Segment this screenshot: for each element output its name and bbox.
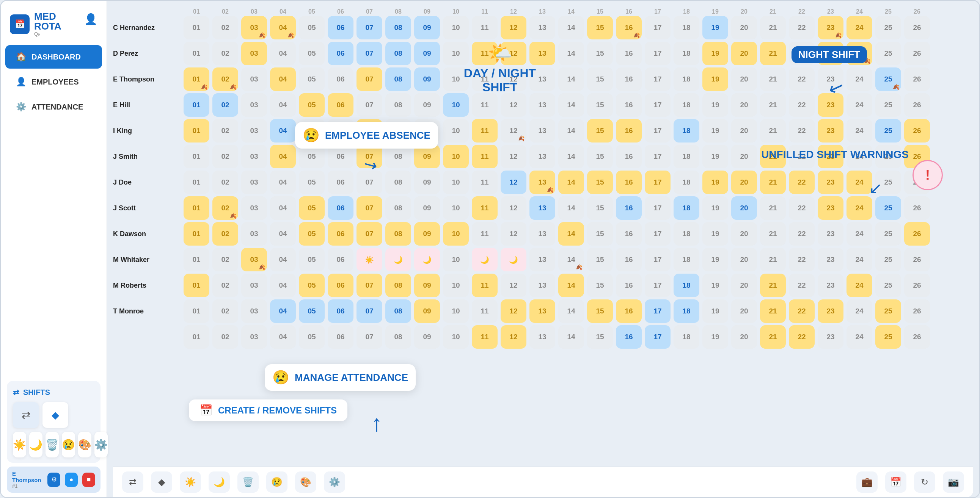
day-cell[interactable]: 09 xyxy=(414,16,440,40)
day-cell[interactable]: 03 xyxy=(241,325,267,349)
day-cell[interactable]: 02 xyxy=(212,119,238,143)
day-cell[interactable]: 13 xyxy=(530,16,555,40)
day-cell[interactable]: 10 xyxy=(443,16,469,40)
day-cell[interactable]: 04 xyxy=(270,119,296,143)
day-cell[interactable]: 13 xyxy=(530,196,555,220)
day-cell[interactable]: 21 xyxy=(760,325,786,349)
day-cell[interactable]: 26 xyxy=(904,93,930,117)
day-cell[interactable]: 08 xyxy=(385,16,411,40)
day-cell[interactable]: 20 xyxy=(731,300,757,323)
day-cell[interactable]: 04 xyxy=(270,145,296,168)
day-cell[interactable]: 15 xyxy=(587,42,613,65)
day-cell[interactable]: 18 xyxy=(674,16,699,40)
day-cell[interactable]: 16 xyxy=(616,248,642,271)
day-cell[interactable]: 23 xyxy=(818,145,843,168)
day-cell[interactable]: 17 xyxy=(645,248,671,271)
day-cell[interactable]: 26 xyxy=(904,196,930,220)
employee-delete-button[interactable]: ■ xyxy=(82,473,95,487)
day-cell[interactable]: 14 xyxy=(558,196,584,220)
day-cell[interactable]: 18 xyxy=(674,67,699,91)
day-cell[interactable]: 08 xyxy=(385,222,411,246)
day-cell[interactable]: 21 xyxy=(760,196,786,220)
day-cell[interactable]: 21 xyxy=(760,248,786,271)
day-cell[interactable]: 14 xyxy=(558,42,584,65)
day-cell[interactable]: 01 xyxy=(184,145,209,168)
settings-button[interactable]: ⚙️ xyxy=(94,432,108,457)
toolbar-refresh[interactable]: ↻ xyxy=(914,471,935,493)
day-cell[interactable]: 21 xyxy=(760,42,786,65)
day-cell[interactable]: 03🍂 xyxy=(241,16,267,40)
day-cell[interactable]: 20 xyxy=(731,119,757,143)
day-cell[interactable]: 11 xyxy=(472,196,498,220)
day-cell[interactable]: 12 xyxy=(501,300,527,323)
day-cell[interactable]: 14 xyxy=(558,300,584,323)
day-cell[interactable]: 04 xyxy=(270,196,296,220)
day-cell[interactable]: 21 xyxy=(760,145,786,168)
day-cell[interactable]: 04 xyxy=(270,222,296,246)
day-cell[interactable]: 17 xyxy=(645,16,671,40)
day-cell[interactable]: 05 xyxy=(299,248,325,271)
day-cell[interactable]: 22 xyxy=(789,274,815,297)
day-cell[interactable]: 03 xyxy=(241,93,267,117)
day-cell[interactable]: 13 xyxy=(530,93,555,117)
day-cell[interactable]: 07 xyxy=(356,274,382,297)
day-cell[interactable]: 24 xyxy=(846,196,872,220)
day-cell[interactable]: 11 xyxy=(472,145,498,168)
day-cell[interactable]: 04 xyxy=(270,93,296,117)
day-cell[interactable]: 05 xyxy=(299,67,325,91)
day-cell[interactable]: 13 xyxy=(530,300,555,323)
day-cell[interactable]: 09 xyxy=(414,171,440,194)
day-cell[interactable]: 03 xyxy=(241,222,267,246)
day-cell[interactable]: 05 xyxy=(299,171,325,194)
day-cell[interactable]: 24 xyxy=(846,274,872,297)
day-cell[interactable]: 16 xyxy=(616,171,642,194)
day-cell[interactable]: 17 xyxy=(645,325,671,349)
day-cell[interactable]: 04 xyxy=(270,171,296,194)
day-cell[interactable]: 13 xyxy=(530,222,555,246)
day-cell[interactable]: 14 xyxy=(558,93,584,117)
day-cell[interactable]: 15 xyxy=(587,93,613,117)
day-cell[interactable]: 02 xyxy=(212,248,238,271)
day-cell[interactable]: 06 xyxy=(328,93,353,117)
day-cell[interactable]: 03🍂 xyxy=(241,248,267,271)
day-cell[interactable]: 06 xyxy=(328,16,353,40)
employee-edit-button[interactable]: ● xyxy=(65,473,78,487)
day-cell[interactable]: 18 xyxy=(674,222,699,246)
delete-shift-button[interactable]: 🗑️ xyxy=(46,432,59,457)
day-cell[interactable]: 01 xyxy=(184,248,209,271)
day-cell[interactable]: 25 xyxy=(875,171,901,194)
day-cell[interactable]: 25 xyxy=(875,222,901,246)
day-cell[interactable]: 19 xyxy=(702,145,728,168)
day-cell[interactable]: 06 xyxy=(328,222,353,246)
day-cell[interactable]: 19 xyxy=(702,16,728,40)
day-cell[interactable]: 25 xyxy=(875,16,901,40)
day-cell[interactable]: 03 xyxy=(241,67,267,91)
day-cell[interactable]: 18 xyxy=(674,300,699,323)
day-cell[interactable]: 08 xyxy=(385,196,411,220)
day-cell[interactable]: 18 xyxy=(674,93,699,117)
toolbar-paint[interactable]: 🎨 xyxy=(295,471,316,493)
day-cell[interactable]: 10 xyxy=(443,93,469,117)
day-cell[interactable]: 05 xyxy=(299,145,325,168)
day-cell[interactable]: 24 xyxy=(846,171,872,194)
day-cell[interactable]: 15 xyxy=(587,300,613,323)
day-cell[interactable]: 23 xyxy=(818,325,843,349)
day-cell[interactable]: 26 xyxy=(904,300,930,323)
day-cell[interactable]: 25🍂 xyxy=(875,67,901,91)
day-cell[interactable]: 07 xyxy=(356,16,382,40)
day-cell[interactable]: 25 xyxy=(875,274,901,297)
day-cell[interactable]: 20 xyxy=(731,93,757,117)
day-cell[interactable]: 02 xyxy=(212,300,238,323)
day-cell[interactable]: 12 xyxy=(501,42,527,65)
day-cell[interactable]: 22 xyxy=(789,196,815,220)
day-cell[interactable]: 20 xyxy=(731,274,757,297)
nav-dashboard[interactable]: 🏠 DASHBOARD xyxy=(5,45,102,68)
day-cell[interactable]: 19 xyxy=(702,67,728,91)
day-cell[interactable]: 19 xyxy=(702,274,728,297)
day-cell[interactable]: 19 xyxy=(702,248,728,271)
day-cell[interactable]: 06 xyxy=(328,300,353,323)
day-cell[interactable]: 10 xyxy=(443,222,469,246)
day-cell[interactable]: 23 xyxy=(818,248,843,271)
day-cell[interactable]: 16 xyxy=(616,196,642,220)
day-cell[interactable]: 22 xyxy=(789,248,815,271)
